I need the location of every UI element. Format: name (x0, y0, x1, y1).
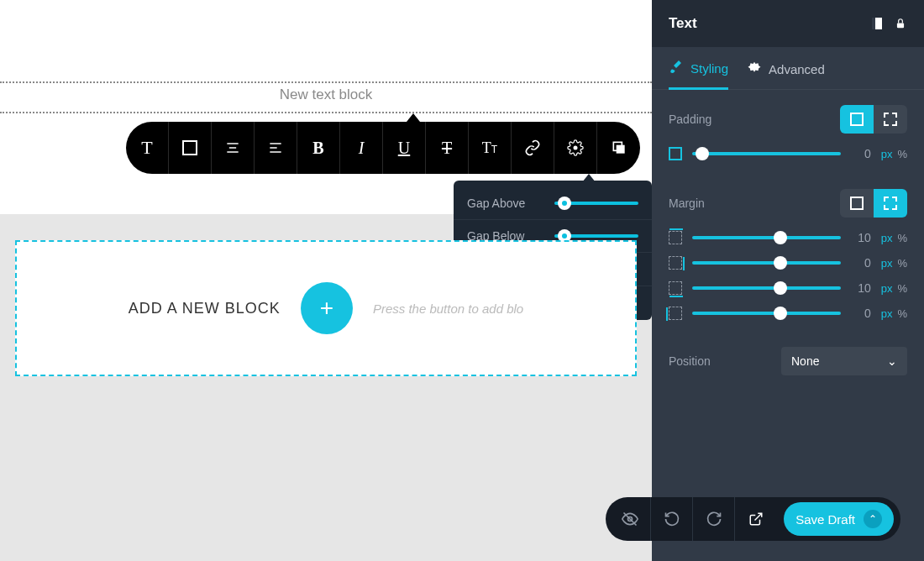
margin-top-slider[interactable] (692, 229, 841, 246)
padding-unlinked-icon[interactable] (874, 105, 907, 134)
svg-rect-7 (616, 145, 624, 154)
svg-line-14 (755, 513, 762, 520)
tab-advanced[interactable]: Advanced (747, 60, 825, 89)
margin-left-slider[interactable] (692, 305, 841, 322)
align-center-button[interactable] (212, 122, 255, 174)
padding-mode-toggle[interactable] (840, 105, 907, 134)
padding-units[interactable]: px% (881, 148, 907, 160)
strikethrough-button[interactable]: T (426, 122, 469, 174)
link-button[interactable] (512, 122, 554, 174)
text-toolbar: T B I U T TT (126, 122, 640, 174)
margin-left-row: 0 px% (669, 305, 907, 322)
padding-all-icon (669, 147, 682, 160)
visibility-icon[interactable] (609, 497, 651, 541)
margin-bottom-slider[interactable] (692, 280, 841, 296)
external-icon[interactable] (735, 497, 777, 541)
color-button[interactable] (169, 122, 212, 174)
margin-right-row: 0 px% (669, 254, 907, 271)
bold-button[interactable]: B (297, 122, 340, 174)
sidebar-header: Text (652, 0, 924, 47)
lock-icon[interactable] (894, 17, 907, 30)
position-select[interactable]: None ⌄ (781, 347, 907, 375)
add-block-zone[interactable]: ADD A NEW BLOCK + Press the button to ad… (15, 240, 637, 376)
margin-left-icon (669, 307, 682, 320)
padding-slider[interactable] (692, 145, 841, 162)
margin-right-slider[interactable] (692, 254, 841, 271)
margin-top-icon (669, 231, 682, 244)
align-left-button[interactable] (255, 122, 297, 174)
italic-button[interactable]: I (340, 122, 383, 174)
text-transform-button[interactable]: TT (469, 122, 512, 174)
tab-styling[interactable]: Styling (669, 60, 728, 90)
margin-top-row: 10 px% (669, 229, 907, 246)
margin-right-icon (669, 256, 682, 270)
svg-point-6 (574, 146, 578, 150)
margin-unlinked-icon[interactable] (874, 189, 907, 218)
properties-sidebar: Text Styling Advanced Padding 0 px% (652, 0, 924, 561)
chevron-down-icon: ⌄ (887, 354, 897, 368)
margin-mode-toggle[interactable] (840, 189, 907, 218)
chevron-up-icon[interactable]: ⌃ (864, 510, 882, 528)
margin-linked-icon[interactable] (840, 189, 874, 218)
margin-bottom-icon (669, 281, 682, 295)
editor-canvas: New text block T B I U T TT Gap Above Ga… (0, 0, 652, 561)
gap-above-row: Gap Above (454, 187, 652, 220)
settings-button[interactable] (554, 122, 597, 174)
save-draft-button[interactable]: Save Draft ⌃ (784, 502, 894, 536)
underline-button[interactable]: U (383, 122, 426, 174)
brush-icon (669, 60, 684, 76)
text-block-label: New text block (0, 87, 652, 103)
sidebar-title: Text (669, 15, 697, 32)
bottom-toolbar: Save Draft ⌃ (606, 497, 900, 541)
margin-section: Margin 10 px% 0 px% 10 px% 0 (652, 174, 924, 333)
margin-bottom-row: 10 px% (669, 280, 907, 296)
duplicate-icon[interactable] (870, 17, 884, 30)
gear-icon (747, 61, 762, 76)
add-block-button[interactable]: + (301, 282, 353, 334)
padding-slider-row: 0 px% (669, 145, 907, 162)
svg-rect-10 (897, 23, 904, 28)
position-row: Position None ⌄ (652, 333, 924, 389)
padding-section: Padding 0 px% (652, 90, 924, 174)
padding-linked-icon[interactable] (840, 105, 874, 134)
redo-icon[interactable] (693, 497, 735, 541)
sidebar-tabs: Styling Advanced (652, 47, 924, 90)
undo-icon[interactable] (651, 497, 693, 541)
gap-above-slider[interactable] (554, 197, 638, 210)
